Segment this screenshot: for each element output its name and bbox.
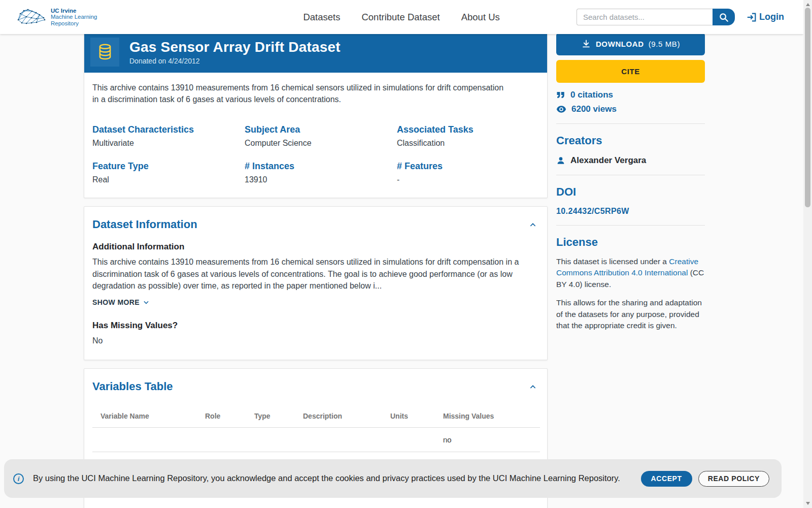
has-missing-values-block: Has Missing Values? No [92, 321, 539, 347]
additional-information-text: This archive contains 13910 measurements… [92, 256, 539, 292]
logo-line1: UC Irvine [51, 8, 97, 14]
main-column: Gas Sensor Array Drift Dataset Donated o… [84, 31, 548, 508]
license-text: This dataset is licensed under a Creativ… [556, 256, 705, 290]
info-icon: i [13, 473, 24, 484]
col-missing-values: Missing Values [443, 408, 540, 428]
donated-date: Donated on 4/24/2012 [129, 57, 341, 65]
collapse-dataset-information-button[interactable] [527, 219, 539, 233]
divider [556, 225, 705, 226]
download-size: (9.5 MB) [649, 40, 680, 48]
dataset-titles: Gas Sensor Array Drift Dataset Donated o… [129, 39, 341, 65]
page: UC Irvine Machine Learning Repository Da… [0, 0, 803, 508]
dataset-information-head: Dataset Information [84, 207, 547, 233]
show-more-button[interactable]: SHOW MORE [92, 298, 150, 306]
cookie-banner: i By using the UCI Machine Learning Repo… [4, 459, 782, 498]
dataset-information-title: Dataset Information [92, 218, 197, 231]
person-icon [556, 156, 565, 165]
stat-features: # Features - [397, 161, 549, 184]
nav-item-contribute-dataset[interactable]: Contribute Dataset [360, 9, 441, 26]
download-icon [581, 39, 591, 49]
variables-table-title: Variables Table [92, 380, 173, 393]
chevron-up-icon [529, 221, 537, 229]
login-icon [746, 12, 757, 23]
dataset-overview-body: This archive contains 13910 measurements… [84, 73, 547, 198]
doi-title: DOI [556, 185, 705, 199]
eye-icon [556, 105, 566, 113]
table-row: no [92, 428, 540, 452]
license-paragraph2: This allows for the sharing and adaptati… [556, 297, 705, 331]
database-icon [97, 43, 113, 61]
divider [556, 123, 705, 124]
stat-associated-tasks: Associated Tasks Classification [397, 124, 549, 148]
login-label: Login [759, 12, 784, 22]
dataset-information-card: Dataset Information Additional Informati… [84, 206, 548, 360]
cookie-actions: ACCEPT READ POLICY [641, 471, 769, 487]
main-nav: Datasets Contribute Dataset About Us [302, 9, 500, 26]
nav-item-datasets[interactable]: Datasets [302, 9, 341, 26]
views-count: 6200 views [571, 104, 617, 114]
creator-name: Alexander Vergara [570, 155, 646, 166]
logo-line3: Repository [51, 20, 97, 26]
show-more-label: SHOW MORE [92, 298, 140, 306]
right-sidebar: DOWNLOAD (9.5 MB) CITE 0 citations [556, 31, 705, 332]
has-missing-values-label: Has Missing Values? [92, 321, 539, 331]
login-button[interactable]: Login [746, 12, 784, 23]
cite-button[interactable]: CITE [556, 60, 705, 83]
citations-count: 0 citations [570, 90, 613, 100]
variables-table-head: Variables Table [84, 369, 547, 395]
col-description: Description [303, 408, 390, 428]
stat-dataset-characteristics: Dataset Characteristics Multivariate [92, 124, 245, 148]
top-navbar: UC Irvine Machine Learning Repository Da… [0, 0, 803, 34]
collapse-variables-table-button[interactable] [527, 381, 539, 395]
citations-row[interactable]: 0 citations [556, 90, 705, 100]
additional-information-label: Additional Information [92, 242, 539, 252]
views-row[interactable]: 6200 views [556, 104, 705, 114]
page-title: Gas Sensor Array Drift Dataset [129, 39, 341, 55]
col-variable-name: Variable Name [92, 408, 205, 428]
nav-item-about-us[interactable]: About Us [460, 9, 501, 26]
variables-table-header-row: Variable Name Role Type Description Unit… [92, 408, 540, 428]
dataset-description: This archive contains 13910 measurements… [92, 82, 509, 105]
creators-title: Creators [556, 134, 705, 147]
stat-subject-area: Subject Area Computer Science [245, 124, 397, 148]
license-title: License [556, 236, 705, 249]
cite-label: CITE [621, 67, 640, 76]
scrollbar-up-arrow[interactable] [803, 1, 812, 8]
uci-logo-text: UC Irvine Machine Learning Repository [51, 8, 97, 26]
search-icon [718, 12, 729, 23]
logo-line2: Machine Learning [51, 14, 97, 20]
chevron-up-icon [529, 383, 537, 391]
dataset-information-body: Additional Information This archive cont… [84, 233, 547, 360]
dataset-header: Gas Sensor Array Drift Dataset Donated o… [84, 31, 547, 73]
col-type: Type [254, 408, 303, 428]
chevron-down-icon [143, 299, 150, 306]
cookie-message: By using the UCI Machine Learning Reposi… [33, 472, 622, 485]
col-role: Role [205, 408, 254, 428]
has-missing-values-value: No [92, 335, 539, 347]
divider [556, 175, 705, 175]
search-button[interactable] [713, 9, 735, 25]
content-area: Gas Sensor Array Drift Dataset Donated o… [84, 31, 803, 508]
scrollbar-thumb[interactable] [805, 8, 810, 207]
database-icon-tile [90, 38, 119, 67]
quote-icon [556, 91, 565, 99]
stat-feature-type: Feature Type Real [92, 161, 245, 184]
scrollbar-down-arrow[interactable] [803, 500, 812, 507]
creator-item: Alexander Vergara [556, 155, 705, 166]
col-units: Units [390, 408, 443, 428]
download-label: DOWNLOAD [596, 40, 644, 48]
uci-logo[interactable]: UC Irvine Machine Learning Repository [15, 7, 97, 28]
dataset-overview-card: Gas Sensor Array Drift Dataset Donated o… [84, 31, 548, 198]
search-input[interactable] [577, 9, 713, 25]
uci-logo-graphic [15, 7, 47, 28]
doi-link[interactable]: 10.24432/C5RP6W [556, 207, 629, 216]
accept-button[interactable]: ACCEPT [641, 471, 692, 487]
scrollbar[interactable] [803, 0, 812, 508]
nav-right: Login [577, 9, 784, 25]
dataset-stats-grid: Dataset Characteristics Multivariate Sub… [92, 124, 539, 184]
read-policy-button[interactable]: READ POLICY [698, 471, 769, 487]
download-button[interactable]: DOWNLOAD (9.5 MB) [556, 33, 705, 55]
stat-instances: # Instances 13910 [245, 161, 397, 184]
search-box [577, 9, 735, 25]
